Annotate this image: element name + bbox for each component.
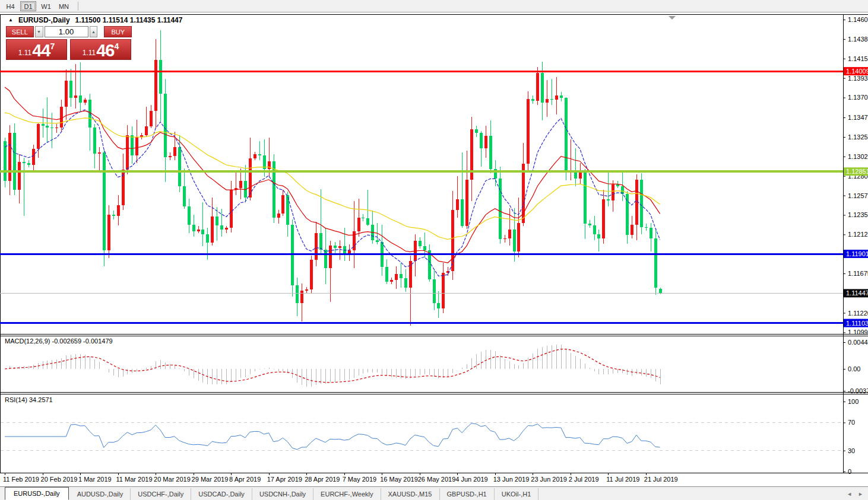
- price-level-label: 1.11447: [846, 289, 868, 297]
- price-level-label: 1.14009: [846, 68, 868, 75]
- price-level-label: 1.11103: [846, 320, 868, 327]
- trading-terminal: H4 D1 W1 MN 1.146051.143801.141551.13930…: [0, 0, 868, 500]
- tab-eurchf-weekly[interactable]: EURCHF-,Weekly: [313, 488, 381, 500]
- chart-tab-bar: EURUSD-,Daily AUDUSD-,Daily USDCHF-,Dail…: [0, 486, 868, 500]
- date-label: 7 May 2019: [343, 476, 376, 483]
- tab-scroll-right-icon[interactable]: ►: [858, 491, 863, 497]
- macd-values: -0.002659 -0.001479: [52, 337, 112, 345]
- chart-title: ▲ EURUSD-,Daily 1.11500 1.11514 1.11435 …: [8, 16, 182, 24]
- timeframe-toolbar: H4 D1 W1 MN: [0, 0, 868, 12]
- date-label: 2 Jul 2019: [569, 476, 599, 483]
- one-click-collapse-icon[interactable]: ▲: [8, 17, 13, 24]
- tab-usdcad-daily[interactable]: USDCAD-,Daily: [191, 488, 252, 500]
- toolbar-separator: [78, 2, 78, 11]
- date-label: 20 Mar 2019: [154, 476, 191, 483]
- date-label: 16 May 2019: [380, 476, 418, 483]
- chart-ohlc-values: 1.11500 1.11514 1.11435 1.11447: [75, 16, 183, 24]
- price-tick-label: 1.12125: [848, 231, 868, 238]
- date-label: 20 Feb 2019: [41, 476, 78, 483]
- volume-decrease-button[interactable]: ▼: [35, 26, 43, 37]
- tab-xauusd-m15[interactable]: XAUUSD-,M15: [381, 488, 440, 500]
- timeframe-d1-button[interactable]: D1: [20, 1, 36, 11]
- buy-price-display[interactable]: 1.11 46 4: [70, 39, 131, 60]
- sell-price-display[interactable]: 1.11 44 7: [6, 39, 67, 60]
- rsi-name: RSI(14): [5, 396, 27, 403]
- sell-button[interactable]: SELL: [6, 26, 34, 37]
- price-tick-label: 1.14605: [848, 16, 868, 23]
- macd-scale-label: 0.004465: [848, 339, 868, 346]
- rsi-indicator-label: RSI(14) 34.2571: [5, 396, 53, 403]
- sell-price-big: 44: [32, 42, 50, 59]
- price-level-label: 1.11901: [846, 250, 868, 257]
- sell-price-pip: 7: [50, 42, 55, 51]
- tab-ukoil-h1[interactable]: UKOil-,H1: [495, 488, 539, 500]
- buy-price-pip: 4: [114, 42, 119, 51]
- macd-name: MACD(12,26,9): [5, 337, 50, 345]
- macd-indicator-label: MACD(12,26,9) -0.002659 -0.001479: [5, 337, 113, 345]
- price-tick-label: 1.12350: [848, 211, 868, 218]
- price-tick-label: 1.12575: [848, 192, 868, 199]
- date-label: 4 Jun 2019: [455, 476, 487, 483]
- chart-symbol-period: EURUSD-,Daily: [18, 16, 70, 24]
- tab-eurusd-daily[interactable]: EURUSD-,Daily: [5, 487, 69, 500]
- date-label: 28 Apr 2019: [305, 476, 340, 483]
- price-tick-label: 1.11220: [848, 310, 868, 317]
- date-label: 11 Feb 2019: [3, 476, 39, 483]
- date-label: 13 Jun 2019: [493, 476, 530, 483]
- timeframe-mn-button[interactable]: MN: [56, 1, 72, 11]
- buy-price-big: 46: [96, 42, 114, 59]
- date-label: 26 May 2019: [418, 476, 456, 483]
- price-tick-label: 1.13475: [848, 114, 868, 121]
- tab-scroll-left-icon[interactable]: ◄: [847, 491, 852, 497]
- price-level-label: 1.12851: [846, 168, 868, 175]
- macd-scale-label: -0.003715: [848, 387, 868, 394]
- sell-price-prefix: 1.11: [18, 49, 31, 57]
- buy-button[interactable]: BUY: [104, 26, 132, 37]
- date-label: 29 Mar 2019: [192, 476, 229, 483]
- volume-input[interactable]: [45, 26, 88, 37]
- date-label: 8 Apr 2019: [229, 476, 261, 483]
- rsi-scale-label: 0: [848, 468, 851, 475]
- rsi-value: 34.2571: [29, 396, 53, 403]
- macd-scale-label: 0.00: [848, 365, 860, 372]
- date-label: 17 Apr 2019: [267, 476, 302, 483]
- tab-gbpusd-h1[interactable]: GBPUSD-,H1: [440, 488, 495, 500]
- price-tick-label: 1.10995: [848, 329, 868, 336]
- date-label: 21 Jul 2019: [644, 476, 678, 483]
- timeframe-w1-button[interactable]: W1: [38, 1, 54, 11]
- price-tick-label: 1.14155: [848, 55, 868, 62]
- date-label: 23 Jun 2019: [531, 476, 567, 483]
- price-tick-label: 1.13025: [848, 153, 868, 160]
- date-label: 11 Jul 2019: [606, 476, 639, 483]
- chart-area[interactable]: 1.146051.143801.141551.139301.137051.134…: [0, 0, 868, 500]
- price-tick-label: 1.13705: [848, 94, 868, 101]
- price-tick-label: 1.13930: [848, 75, 868, 82]
- price-tick-label: 1.11675: [848, 270, 868, 277]
- tab-audusd-daily[interactable]: AUDUSD-,Daily: [70, 488, 131, 500]
- volume-increase-button[interactable]: ▲: [90, 26, 98, 37]
- date-label: 1 Mar 2019: [78, 476, 112, 483]
- timeframe-h4-button[interactable]: H4: [2, 1, 18, 11]
- tab-usdchf-daily[interactable]: USDCHF-,Daily: [131, 488, 191, 500]
- buy-price-prefix: 1.11: [83, 49, 96, 57]
- rsi-scale-label: 100: [848, 398, 859, 405]
- price-tick-label: 1.13250: [848, 133, 868, 141]
- rsi-scale-label: 70: [848, 419, 855, 426]
- tab-usdcnh-daily[interactable]: USDCNH-,Daily: [252, 488, 313, 500]
- one-click-trading-panel: SELL ▼ ▲ BUY 1.11 44 7 1.11 46 4: [6, 26, 132, 60]
- date-label: 11 Mar 2019: [116, 476, 153, 483]
- rsi-scale-label: 30: [848, 447, 855, 454]
- price-tick-label: 1.14380: [848, 36, 868, 43]
